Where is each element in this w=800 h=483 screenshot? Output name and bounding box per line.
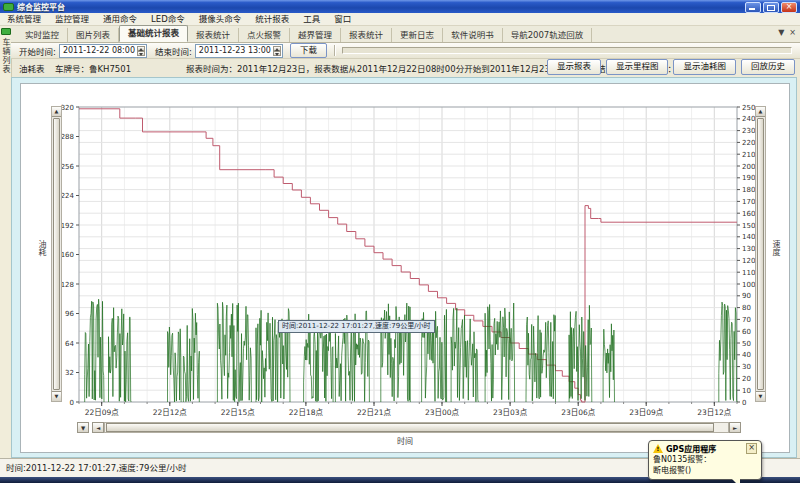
fuel-axis-label: 油耗 [36, 240, 47, 256]
menu-item-6[interactable]: 统计报表 [248, 13, 296, 25]
report-button-4[interactable]: 回放历史 [741, 59, 795, 75]
svg-text:96: 96 [65, 310, 74, 318]
svg-text:220: 220 [742, 139, 755, 147]
tab-4[interactable]: 报表统计 [188, 28, 239, 42]
report-info-bar: 油耗表 车牌号：鲁KH7501 报表时间为：2011年12月23日，报表数据从2… [11, 58, 800, 77]
svg-text:150: 150 [742, 222, 755, 230]
chart-panel: 0326496128160192224256288320010203040506… [11, 77, 797, 458]
chart-frame: 0326496128160192224256288320010203040506… [20, 83, 790, 453]
menu-item-2[interactable]: 监控管理 [48, 13, 96, 25]
download-button[interactable]: 下载 [290, 43, 327, 58]
menu-item-4[interactable]: LED命令 [144, 13, 192, 25]
start-time-value: 2011-12-22 08:00 [63, 46, 135, 55]
svg-text:22日09点: 22日09点 [85, 408, 120, 417]
time-scrollbar: ▼ ◄ ► [77, 422, 741, 433]
svg-text:110: 110 [742, 269, 755, 277]
svg-text:0: 0 [70, 399, 74, 407]
close-button[interactable]: × [781, 2, 797, 13]
spin-down-icon[interactable] [273, 51, 281, 56]
end-time-spinner[interactable] [273, 46, 281, 56]
report-button-2[interactable]: 显示里程图 [606, 59, 669, 75]
svg-text:23日00点: 23日00点 [425, 408, 460, 417]
report-button-3[interactable]: 显示油耗图 [673, 59, 736, 75]
svg-text:30: 30 [742, 363, 751, 371]
svg-text:160: 160 [742, 210, 755, 218]
svg-text:210: 210 [742, 151, 755, 159]
scroll-down-icon[interactable]: ▼ [756, 391, 765, 401]
svg-text:0: 0 [742, 399, 746, 407]
svg-text:23日12点: 23日12点 [697, 408, 732, 417]
tab-5[interactable]: 点火报警 [239, 28, 290, 42]
svg-text:23日06点: 23日06点 [561, 408, 596, 417]
time-scroll-thumb[interactable] [106, 423, 714, 432]
maximize-button[interactable] [763, 2, 779, 13]
tab-7[interactable]: 报表统计 [341, 28, 392, 42]
svg-text:224: 224 [61, 192, 75, 200]
svg-text:230: 230 [742, 127, 755, 135]
close-icon: × [782, 1, 796, 12]
warning-icon [653, 444, 663, 453]
menu-item-5[interactable]: 摄像头命令 [192, 13, 249, 25]
svg-text:80: 80 [742, 304, 751, 312]
time-scroll-track[interactable] [104, 422, 729, 433]
window-controls: × [745, 2, 797, 13]
fuel-axis-scrollbar[interactable]: ▲ ▼ [51, 106, 62, 402]
tab-3[interactable]: 基础统计报表 [119, 25, 188, 42]
menu-item-8[interactable]: 窗口 [327, 13, 358, 25]
alert-line-2: 断电报警() [653, 466, 757, 476]
status-text: 时间:2011-12-22 17:01:27,速度:79公里/小时 [6, 463, 186, 473]
tab-dropdown-icon[interactable]: ▼ [778, 28, 784, 37]
fuel-scroll-thumb[interactable] [53, 118, 60, 390]
menu-item-1[interactable]: 系统管理 [0, 13, 48, 25]
svg-text:250: 250 [742, 104, 755, 112]
tab-bar: 实时监控图片列表基础统计报表报表统计点火报警越界管理报表统计更新日志软件说明书导… [11, 26, 800, 43]
scroll-right-icon[interactable]: ► [729, 422, 741, 433]
svg-text:120: 120 [742, 257, 755, 265]
end-time-value: 2011-12-23 13:00 [199, 46, 271, 55]
svg-text:22日12点: 22日12点 [153, 408, 188, 417]
svg-text:22日18点: 22日18点 [289, 408, 324, 417]
scroll-up-icon[interactable]: ▲ [756, 107, 765, 117]
svg-text:180: 180 [742, 186, 755, 194]
scroll-left-icon[interactable]: ◄ [92, 422, 104, 433]
alert-title: GPS应用程序 [666, 443, 746, 454]
tab-close-icon[interactable]: × [789, 28, 796, 37]
scroll-up-icon[interactable]: ▲ [52, 107, 61, 117]
start-time-spinner[interactable] [137, 46, 145, 56]
report-button-1[interactable]: 显示报表 [547, 59, 601, 75]
end-time-label: 结束时间: [155, 45, 192, 57]
alert-line-1: 鲁N0135报警： [653, 455, 757, 465]
speed-axis-scrollbar[interactable]: ▲ ▼ [755, 106, 766, 402]
svg-text:170: 170 [742, 198, 755, 206]
alert-balloon: GPS应用程序 × 鲁N0135报警： 断电报警() [648, 440, 762, 480]
tab-10[interactable]: 导航2007轨迹回放 [503, 28, 593, 42]
toolbar-groove [342, 47, 792, 54]
tab-2[interactable]: 图片列表 [68, 28, 119, 42]
svg-text:22日15点: 22日15点 [221, 408, 256, 417]
start-time-input[interactable]: 2011-12-22 08:00 [59, 44, 147, 58]
tab-8[interactable]: 更新日志 [392, 28, 443, 42]
svg-text:50: 50 [742, 340, 751, 348]
svg-text:20: 20 [742, 375, 751, 383]
svg-text:240: 240 [742, 115, 755, 123]
scroll-dropdown-icon[interactable]: ▼ [77, 422, 89, 433]
report-action-buttons: 显示报表显示里程图显示油耗图回放历史 [542, 59, 795, 75]
svg-text:320: 320 [61, 104, 74, 112]
report-type-label: 油耗表 [19, 62, 45, 74]
plate-number-label: 车牌号：鲁KH7501 [55, 62, 131, 74]
start-time-label: 开始时间: [19, 45, 56, 57]
tab-1[interactable]: 实时监控 [17, 28, 68, 42]
menu-item-3[interactable]: 通用命令 [96, 13, 144, 25]
tab-9[interactable]: 软件说明书 [443, 28, 503, 42]
speed-scroll-thumb[interactable] [757, 118, 764, 390]
minimize-button[interactable] [745, 2, 761, 13]
scroll-down-icon[interactable]: ▼ [52, 391, 61, 401]
end-time-input[interactable]: 2011-12-23 13:00 [195, 44, 283, 58]
svg-text:190: 190 [742, 174, 755, 182]
tab-6[interactable]: 越界管理 [290, 28, 341, 42]
alert-close-icon[interactable]: × [746, 443, 757, 454]
svg-text:40: 40 [742, 351, 751, 359]
application-window: 综合监控平台 × 系统管理监控管理通用命令LED命令摄像头命令统计报表工具窗口 … [0, 0, 800, 483]
spin-down-icon[interactable] [137, 51, 145, 56]
menu-item-7[interactable]: 工具 [296, 13, 327, 25]
